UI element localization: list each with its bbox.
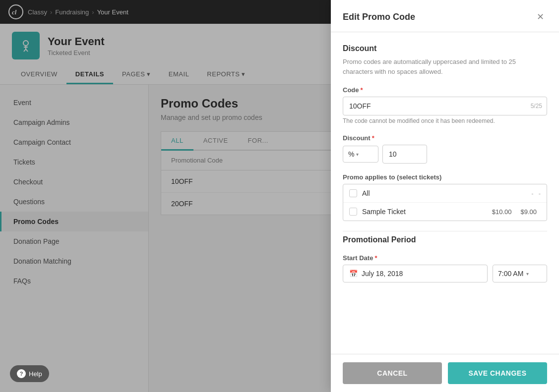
ticket-discounted-all: - xyxy=(539,190,541,197)
chevron-down-icon: ▾ xyxy=(526,271,529,277)
time-value: 7:00 AM xyxy=(498,270,523,278)
close-icon[interactable]: ✕ xyxy=(533,10,547,24)
applies-to-label: Promo applies to (select tickets) xyxy=(343,173,547,181)
required-star-discount: * xyxy=(372,134,374,142)
required-star-date: * xyxy=(374,254,377,262)
code-input-wrapper: 5/25 xyxy=(343,97,547,115)
applies-to-row-all: All - - xyxy=(343,184,547,203)
discount-description: Promo codes are automatically uppercased… xyxy=(343,57,547,76)
ticket-price-all: - xyxy=(531,190,533,197)
ticket-price-sample: $10.00 xyxy=(492,208,512,216)
calendar-icon: 📅 xyxy=(349,270,358,278)
start-date-form-group: Start Date * 📅 7:00 AM ▾ xyxy=(343,254,547,282)
checkbox-all[interactable] xyxy=(349,189,357,197)
required-star-code: * xyxy=(361,86,363,94)
discount-type-select[interactable]: % ▾ xyxy=(343,146,378,163)
help-label: Help xyxy=(29,370,42,378)
discount-form-group: Discount * % ▾ xyxy=(343,134,547,164)
help-icon: ? xyxy=(17,369,26,378)
period-section-title: Promotional Period xyxy=(343,231,547,244)
chevron-down-icon: ▾ xyxy=(356,152,359,157)
modal-title: Edit Promo Code xyxy=(343,12,415,22)
code-hint: The code cannot be modified once it has … xyxy=(343,117,547,124)
date-row: 📅 7:00 AM ▾ xyxy=(343,265,547,282)
code-label: Code * xyxy=(343,86,547,94)
checkbox-sample-ticket[interactable] xyxy=(349,208,357,216)
char-count: 5/25 xyxy=(531,103,542,110)
date-input-wrapper[interactable]: 📅 xyxy=(343,265,488,282)
applies-to-box: All - - Sample Ticket $10.00 $9.00 xyxy=(343,184,547,221)
applies-to-form-group: Promo applies to (select tickets) All - … xyxy=(343,173,547,221)
discount-label: Discount * xyxy=(343,134,547,142)
discount-value-input[interactable] xyxy=(382,145,427,164)
modal-footer: CANCEL SAVE CHANGES xyxy=(331,354,559,392)
start-date-label: Start Date * xyxy=(343,254,547,262)
discount-type-value: % xyxy=(348,150,354,158)
modal-header: Edit Promo Code ✕ xyxy=(331,0,559,32)
discount-section-title: Discount xyxy=(343,44,547,53)
ticket-name-all: All xyxy=(362,189,526,197)
help-button[interactable]: ? Help xyxy=(10,365,49,382)
time-select-wrapper[interactable]: 7:00 AM ▾ xyxy=(493,265,547,282)
save-changes-button[interactable]: SAVE CHANGES xyxy=(448,362,547,384)
modal-body: Discount Promo codes are automatically u… xyxy=(331,32,559,354)
date-input[interactable] xyxy=(362,270,481,278)
discount-row: % ▾ xyxy=(343,145,547,164)
ticket-name-sample: Sample Ticket xyxy=(362,208,487,216)
code-input[interactable] xyxy=(343,97,547,115)
cancel-button[interactable]: CANCEL xyxy=(343,362,442,384)
ticket-discounted-sample: $9.00 xyxy=(520,208,537,216)
code-form-group: Code * 5/25 The code cannot be modified … xyxy=(343,86,547,124)
modal-panel: Edit Promo Code ✕ Discount Promo codes a… xyxy=(331,0,559,392)
applies-to-row-sample: Sample Ticket $10.00 $9.00 xyxy=(343,203,547,221)
